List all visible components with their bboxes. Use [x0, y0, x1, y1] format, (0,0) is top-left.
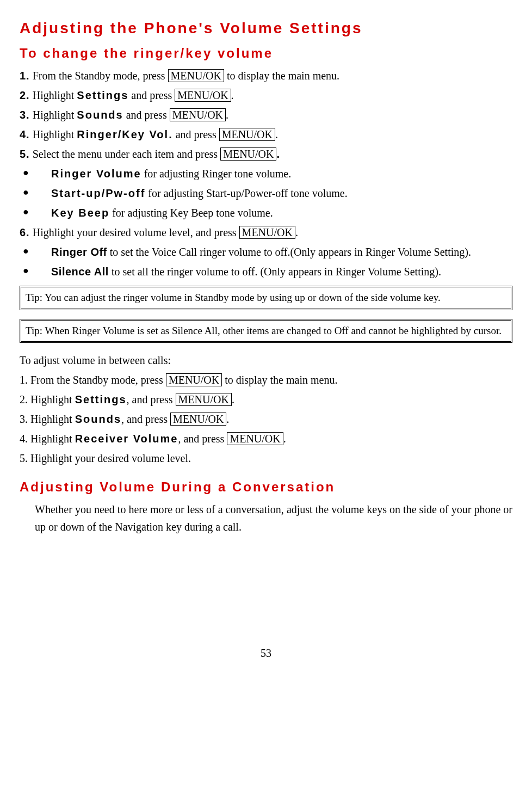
step-num: 3.: [20, 109, 30, 121]
period: .: [276, 148, 280, 160]
text: 2. Highlight: [20, 393, 75, 405]
step-2: 2. Highlight Settings and press MENU/OK.: [20, 87, 512, 104]
menu-item: Sounds: [77, 109, 123, 121]
text: and press: [173, 128, 219, 140]
text: , and press: [178, 433, 227, 445]
section-intro: To adjust volume in between calls:: [20, 352, 512, 369]
text: Highlight your desired volume level, and…: [30, 226, 239, 238]
text: to set all the ringer volume to off. (On…: [109, 266, 441, 278]
tip-box-1: Tip: You can adjust the ringer volume in…: [20, 286, 512, 310]
menu-item: Settings: [75, 393, 127, 405]
text: , and press: [121, 413, 170, 425]
text: and press: [128, 89, 175, 101]
bullet-item: ●Start-up/Pw-off for adjusting Start-up/…: [20, 184, 512, 202]
step-1: 1. From the Standby mode, press MENU/OK …: [20, 67, 512, 84]
heading-main: Adjusting the Phone's Volume Settings: [20, 16, 512, 41]
bullet-icon: ●: [20, 243, 51, 261]
key-menu-ok: MENU/OK: [220, 147, 276, 161]
option-name: Start-up/Pw-off: [51, 187, 145, 199]
text: 3. Highlight: [20, 413, 75, 425]
key-menu-ok: MENU/OK: [170, 413, 226, 426]
option-name: Silence All: [51, 266, 109, 278]
key-menu-ok: MENU/OK: [168, 69, 224, 82]
menu-item: Settings: [77, 89, 128, 101]
step-3: 3. Highlight Sounds and press MENU/OK.: [20, 106, 512, 124]
text: for adjusting Ringer tone volume.: [141, 168, 292, 180]
text: .: [275, 128, 278, 140]
bullet-icon: ●: [20, 184, 51, 202]
text: .: [232, 393, 234, 405]
body-text: Whether you need to here more or less of…: [20, 501, 512, 536]
text: to display the main menu.: [224, 70, 339, 82]
bullet-icon: ●: [20, 165, 51, 182]
text: .: [295, 226, 298, 238]
bullet-icon: ●: [20, 204, 51, 221]
step-num: 1.: [20, 70, 30, 82]
key-menu-ok: MENU/OK: [227, 432, 283, 445]
tip-box-2: Tip: When Ringer Volume is set as Silenc…: [20, 319, 512, 343]
step-b3: 3. Highlight Sounds, and press MENU/OK.: [20, 410, 512, 428]
menu-item: Ringer/Key Vol.: [77, 128, 172, 140]
text: .: [231, 89, 234, 101]
option-name: Key Beep: [51, 207, 109, 219]
menu-item: Receiver Volume: [75, 433, 178, 445]
text: .: [226, 413, 229, 425]
step-num: 2.: [20, 89, 30, 101]
text: .: [226, 109, 228, 121]
step-b4: 4. Highlight Receiver Volume, and press …: [20, 430, 512, 447]
text: Highlight: [30, 128, 77, 140]
heading-sub: To change the ringer/key volume: [20, 43, 512, 64]
step-b1: 1. From the Standby mode, press MENU/OK …: [20, 371, 512, 389]
text: Select the menu under each item and pres…: [30, 148, 220, 160]
bullet-item: ●Silence All to set all the ringer volum…: [20, 263, 512, 280]
step-num: 6.: [20, 226, 30, 238]
text: and press: [123, 109, 170, 121]
page-number: 53: [20, 644, 512, 662]
key-menu-ok: MENU/OK: [239, 226, 295, 239]
step-b2: 2. Highlight Settings, and press MENU/OK…: [20, 391, 512, 408]
bullet-icon: ●: [20, 263, 51, 280]
step-6: 6. Highlight your desired volume level, …: [20, 224, 512, 241]
key-menu-ok: MENU/OK: [175, 89, 231, 102]
step-num: 4.: [20, 128, 30, 140]
key-menu-ok: MENU/OK: [170, 108, 226, 121]
text: for adjusting Key Beep tone volume.: [109, 207, 273, 219]
text: , and press: [127, 393, 176, 405]
bullet-item: ●Ringer Off to set the Voice Call ringer…: [20, 243, 512, 261]
text: for adjusting Start-up/Power-off tone vo…: [145, 187, 347, 199]
step-5: 5. Select the menu under each item and p…: [20, 145, 512, 163]
option-name: Ringer Volume: [51, 168, 141, 180]
heading-section-2: Adjusting Volume During a Conversation: [20, 477, 512, 497]
text: to set the Voice Call ringer volume to o…: [107, 246, 471, 258]
bullet-item: ●Key Beep for adjusting Key Beep tone vo…: [20, 204, 512, 221]
key-menu-ok: MENU/OK: [166, 373, 222, 386]
text: .: [283, 433, 286, 445]
text: 1. From the Standby mode, press: [20, 374, 166, 386]
text: Highlight: [30, 109, 77, 121]
text: From the Standby mode, press: [30, 70, 168, 82]
step-b5: 5. Highlight your desired volume level.: [20, 450, 512, 467]
key-menu-ok: MENU/OK: [219, 128, 275, 141]
menu-item: Sounds: [75, 413, 121, 425]
option-name: Ringer Off: [51, 246, 107, 258]
bullet-item: ●Ringer Volume for adjusting Ringer tone…: [20, 165, 512, 182]
text: to display the main menu.: [222, 374, 337, 386]
step-4: 4. Highlight Ringer/Key Vol. and press M…: [20, 126, 512, 143]
step-num: 5.: [20, 148, 30, 160]
text: Highlight: [30, 89, 77, 101]
key-menu-ok: MENU/OK: [176, 393, 232, 406]
text: 4. Highlight: [20, 433, 75, 445]
